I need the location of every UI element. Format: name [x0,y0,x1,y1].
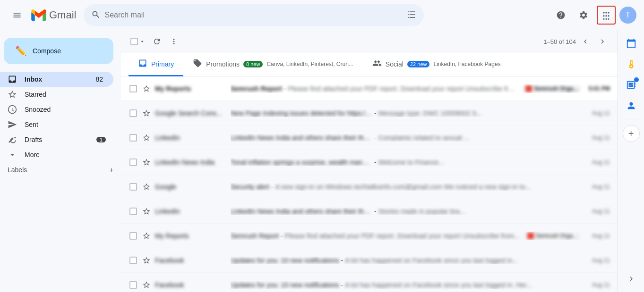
sidebar-item-more[interactable]: More [0,147,113,162]
sidebar-item-starred[interactable]: Starred [0,87,113,102]
email-row-9[interactable]: Facebook Updates for you: 10 new notific… [121,273,618,292]
help-button[interactable] [551,6,570,25]
add-label-button[interactable]: + [110,166,113,174]
email-row-4[interactable]: LinkedIn News India Tonal inflation spri… [121,150,618,175]
select-all-checkbox[interactable] [129,34,147,49]
row-star-1[interactable] [142,84,151,93]
row-divider-6: - [374,208,377,215]
row-sender-1: My Reports [155,85,231,92]
gmail-text: Gmail [49,9,76,21]
row-checkbox-5[interactable] [129,182,138,192]
row-subject-3: LinkedIn News India and others share the… [231,134,372,142]
calendar-button[interactable] [622,34,641,53]
clock-icon [8,105,17,114]
email-row-8[interactable]: Facebook Updates for you: 10 new notific… [121,248,618,273]
row-time-3: Aug 11 [582,134,610,141]
compose-label: Compose [33,47,61,55]
row-star-3[interactable] [142,133,151,142]
row-content-1: Semrush Report - Please find attached yo… [231,84,582,93]
row-sender-5: Google [155,183,231,191]
row-checkbox-6[interactable] [129,207,138,216]
row-checkbox-3[interactable] [129,133,138,142]
labels-section[interactable]: Labels + [0,162,121,177]
tab-social[interactable]: Social 22 new LinkedIn, Facebook Pages [363,53,510,76]
row-star-2[interactable] [142,108,151,118]
row-preview-4: Welcome to Finance... [378,159,444,166]
more-label: More [25,151,106,159]
snoozed-label: Snoozed [25,106,106,113]
sidebar-item-drafts[interactable]: Drafts 1 [0,132,113,147]
sidebar-item-sent[interactable]: Sent [0,117,113,132]
search-bar[interactable] [84,4,424,26]
email-row-5[interactable]: Google Security alert - A new sign-in on… [121,175,618,199]
more-options-button[interactable] [166,34,181,49]
row-checkbox-9[interactable] [129,280,138,290]
sidebar-item-inbox[interactable]: Inbox 82 [0,72,113,87]
row-preview-5: A new sign-in on Windows techtalksinfo.c… [275,183,531,191]
row-star-8[interactable] [142,256,151,265]
inbox-label: Inbox [25,75,85,83]
email-row-1[interactable]: My Reports Semrush Report - Please find … [121,76,618,101]
toolbar-right: 1–50 of 104 [543,34,610,49]
tab-promotions[interactable]: Promotions 8 new Canva, LinkedIn, Pinter… [183,53,363,76]
sidebar-item-snoozed[interactable]: Snoozed [0,102,113,117]
email-row-2[interactable]: Google Search Cons... New Page Indexing … [121,101,618,125]
row-checkbox-7[interactable] [129,231,138,241]
row-time-4: Aug 11 [582,159,610,166]
row-star-4[interactable] [142,158,151,167]
row-sender-3: LinkedIn [155,134,231,142]
email-row-7[interactable]: My Reports Semrush Report - Please find … [121,224,618,248]
row-star-9[interactable] [142,280,151,290]
row-star-7[interactable] [142,231,151,241]
row-divider-9: - [341,281,343,289]
checkbox-5 [129,183,137,191]
row-sender-4: LinkedIn News India [155,159,231,166]
refresh-button[interactable] [149,34,164,49]
row-content-6: LinkedIn News India and others share the… [231,208,582,215]
row-preview-2: Message type: DWC 10009002 S... [378,109,482,117]
row-attachment-7: Semrush Orga... [524,232,581,240]
search-filter-icon[interactable] [407,10,416,21]
svg-marker-0 [34,10,43,18]
expand-right-button[interactable] [622,269,641,288]
menu-button[interactable] [8,6,26,25]
row-checkbox-8[interactable] [129,256,138,265]
starred-label: Starred [25,91,106,98]
contacts-button[interactable] [622,96,641,115]
row-time-9: Aug 11 [582,282,610,288]
apps-grid-button[interactable] [597,6,616,25]
row-time-1: 5:01 PM [582,85,610,92]
drafts-icon [8,135,17,144]
row-divider-3: - [374,134,377,142]
checkbox-8 [129,257,137,264]
row-star-5[interactable] [142,182,151,192]
promotions-badge: 8 new [243,61,263,67]
add-addon-button[interactable]: + [623,125,640,142]
email-list: My Reports Semrush Report - Please find … [121,76,618,292]
send-icon [8,120,17,129]
email-row-6[interactable]: LinkedIn LinkedIn News India and others … [121,199,618,224]
compose-button[interactable]: ✏️ Compose [4,38,113,64]
keep-button[interactable] [622,55,641,74]
labels-label: Labels [8,166,27,174]
tasks-button[interactable] [622,75,641,94]
row-subject-5: Security alert [231,183,269,191]
social-sublabel: LinkedIn, Facebook Pages [433,61,500,67]
row-checkbox-4[interactable] [129,158,138,167]
search-input[interactable] [104,11,403,19]
row-checkbox-2[interactable] [129,108,138,118]
prev-page-button[interactable] [578,34,593,49]
email-row-3[interactable]: LinkedIn LinkedIn News India and others … [121,125,618,150]
tab-primary[interactable]: Primary [129,53,183,76]
next-page-button[interactable] [595,34,610,49]
row-star-6[interactable] [142,207,151,216]
row-checkbox-1[interactable] [129,84,138,93]
avatar[interactable]: T [619,7,636,24]
row-subject-4: Tonal inflation springs a surprise, weal… [231,159,372,166]
row-content-3: LinkedIn News India and others share the… [231,134,582,142]
row-subject-2: New Page Indexing issues detected for ht… [231,109,372,117]
settings-button[interactable] [574,6,593,25]
row-preview-8: A lot has happened on Facebook since you… [345,257,518,264]
toolbar: 1–50 of 104 [121,30,618,53]
row-divider-1: - [284,85,286,92]
